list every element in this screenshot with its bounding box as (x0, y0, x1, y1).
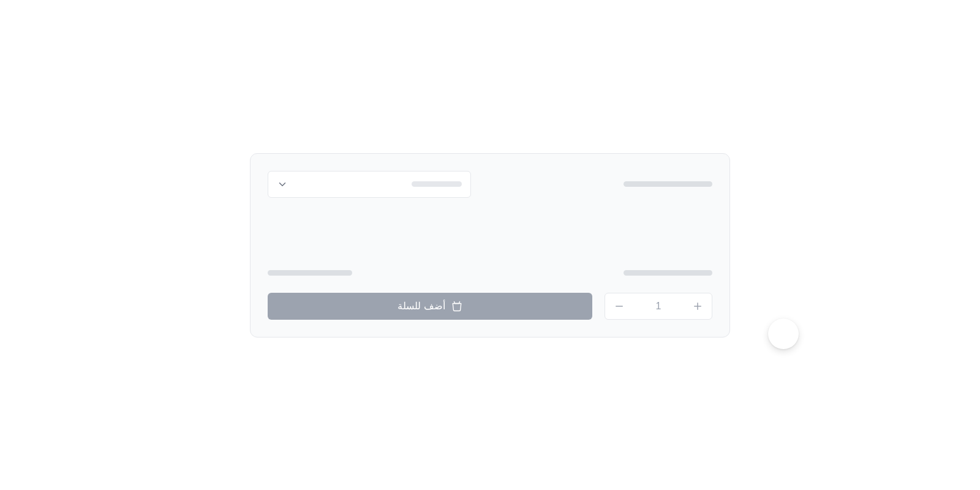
chevron-down-icon (277, 179, 288, 190)
minus-icon[interactable] (614, 301, 625, 312)
add-to-cart-button[interactable]: أضف للسلة (268, 293, 592, 320)
option-label-skeleton (624, 181, 712, 187)
price-value-skeleton (268, 270, 352, 276)
quantity-value: 1 (656, 301, 662, 312)
plus-icon[interactable] (692, 301, 703, 312)
shopping-bag-icon (451, 301, 462, 312)
select-value-skeleton (412, 181, 462, 187)
option-select[interactable] (268, 171, 471, 198)
add-to-cart-label: أضف للسلة (398, 300, 445, 312)
price-label-skeleton (624, 270, 712, 276)
quantity-stepper[interactable]: 1 (605, 293, 712, 320)
floating-action-button[interactable] (768, 318, 799, 349)
product-option-card: 1 أضف للسلة (250, 153, 730, 337)
